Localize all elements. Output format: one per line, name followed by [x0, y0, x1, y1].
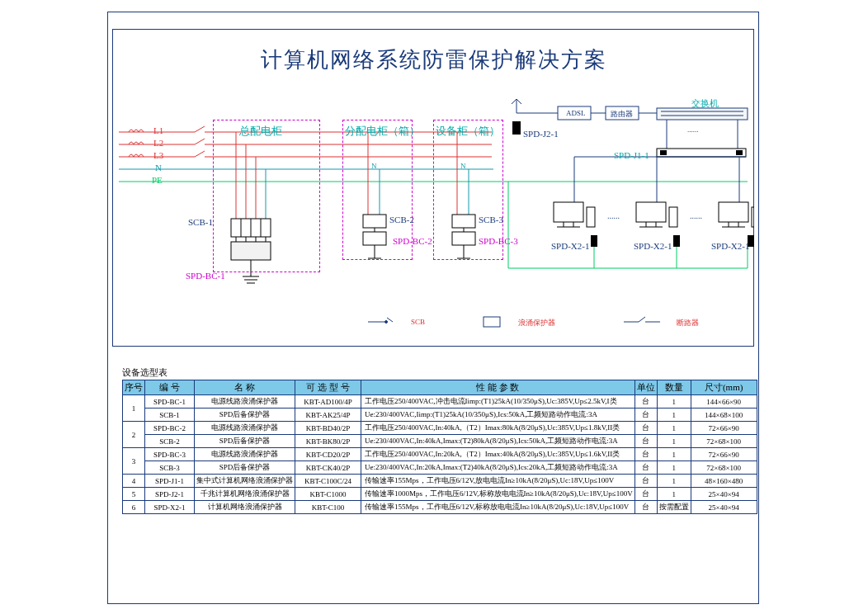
th-model: 可 选 型 号	[295, 380, 361, 395]
spd-x2-b: SPD-X2-1	[634, 241, 672, 251]
table-row: 3SPD-BC-3电源线路浪涌保护器KBT-CD20/2P工作电压250/400…	[123, 448, 757, 461]
spd-bc-2-label: SPD-BC-2	[393, 236, 432, 246]
table-row: SCB-3SPD后备保护器KBT-CK40/2PUe:230/400VAC,In…	[123, 461, 757, 475]
legend-spd: 浪涌保护器	[518, 318, 555, 328]
pe-label: PE	[152, 175, 163, 185]
th-code: 编 号	[145, 380, 195, 395]
main-cabinet-label: 总配电柜	[239, 124, 282, 139]
equipment-table: 序号 编 号 名 称 可 选 型 号 性 能 参 数 单位 数量 尺寸(mm) …	[122, 380, 757, 514]
scb-3-label: SCB-3	[479, 215, 503, 224]
ports-dots: ......	[687, 125, 699, 134]
th-unit: 单位	[634, 380, 657, 395]
sub-cabinet-label: 分配电柜（箱）	[345, 124, 420, 139]
sub-n: N	[371, 162, 377, 170]
legend-scb: SCB	[411, 318, 425, 326]
spd-bc-1-label: SPD-BC-1	[186, 271, 225, 281]
spd-bc-3-label: SPD-BC-3	[479, 236, 518, 246]
th-spec: 性 能 参 数	[361, 380, 635, 395]
th-qty: 数量	[657, 380, 691, 395]
scb-1-label: SCB-1	[188, 217, 213, 227]
l3-label: L3	[153, 150, 163, 160]
n-label: N	[155, 163, 162, 172]
l1-label: L1	[153, 125, 163, 135]
th-name: 名 称	[195, 380, 295, 395]
table-row: 5SPD-J2-1千兆计算机网络浪涌保护器KBT-C1000传输速率1000Mp…	[123, 488, 757, 501]
table-caption: 设备选型表	[122, 366, 167, 379]
eq-n: N	[460, 162, 466, 170]
table-row: 6SPD-X2-1计算机网络浪涌保护器KBT-C100传输速率155Mps，工作…	[123, 501, 757, 514]
table-row: 1SPD-BC-1电源线路浪涌保护器KBT-AD100/4P工作电压250/40…	[123, 395, 757, 409]
legend-breaker: 断路器	[677, 318, 699, 328]
spd-j1-label: SPD-J1-1	[614, 150, 649, 160]
table-row: SCB-1SPD后备保护器KBT-AK25/4PUe:230/400VAC,Ii…	[123, 409, 757, 422]
equip-cabinet-label: 设备柜（箱）	[436, 124, 500, 139]
scb-2-label: SCB-2	[389, 215, 414, 224]
table-header-row: 序号 编 号 名 称 可 选 型 号 性 能 参 数 单位 数量 尺寸(mm)	[123, 380, 757, 395]
table-row: SCB-2SPD后备保护器KBT-BK80/2PUe:230/400VAC,In…	[123, 435, 757, 448]
th-dim: 尺寸(mm)	[691, 380, 757, 395]
table-row: 4SPD-J1-1集中式计算机网络浪涌保护器KBT-C100C/24传输速率15…	[123, 475, 757, 488]
spd-x2-c: SPD-X2-1	[711, 241, 749, 251]
main-cabinet-box	[213, 120, 320, 272]
th-index: 序号	[123, 380, 145, 395]
table-row: 2SPD-BC-2电源线路浪涌保护器KBT-BD40/2P工作电压250/400…	[123, 422, 757, 435]
adsl-label: ADSL	[566, 109, 586, 117]
spd-j2-label: SPD-J2-1	[523, 129, 559, 139]
page-title: 计算机网络系统防雷保护解决方案	[0, 45, 868, 74]
l2-label: L2	[153, 138, 163, 148]
router-label: 路由器	[611, 109, 633, 120]
spd-x2-a: SPD-X2-1	[551, 241, 589, 251]
switch-label: 交换机	[691, 97, 719, 110]
